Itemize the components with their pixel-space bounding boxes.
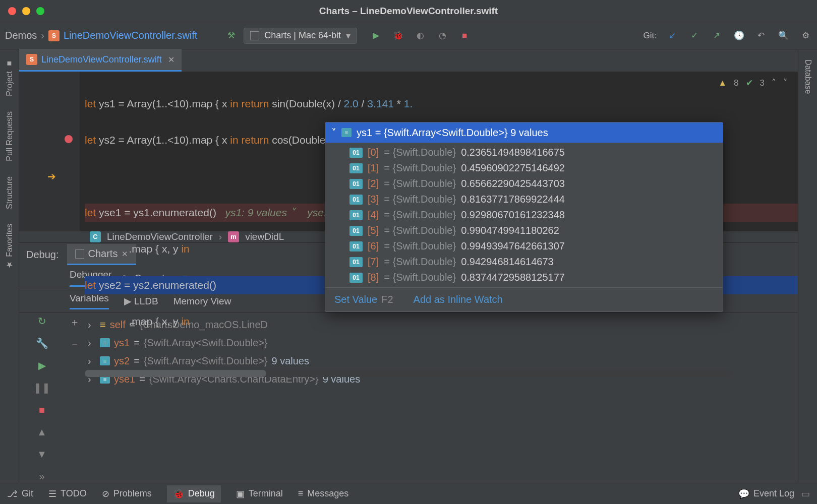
editor-inspection-badges[interactable]: ▲8 ✔3 ˄ ˅	[718, 78, 788, 88]
messages-icon: ≡	[298, 488, 304, 499]
inline-hint-ys1[interactable]: ys1: 9 values	[225, 207, 287, 218]
sb-git[interactable]: ⎇Git	[7, 488, 33, 499]
remove-watch-icon[interactable]: －	[68, 338, 81, 351]
profile-icon[interactable]: ◔	[436, 29, 449, 42]
status-bar: ⎇Git ☰TODO ⊘Problems 🐞Debug ▣Terminal ≡M…	[0, 483, 817, 504]
double-badge-icon: 01	[349, 226, 363, 236]
left-tool-strip: Project ■ Pull Requests Structure ★ Favo…	[0, 49, 19, 483]
inline-value-popup: ˅ ≡ ys1 = {Swift.Array<Swift.Double>} 9 …	[325, 122, 723, 312]
settings-icon[interactable]: 🔧	[35, 337, 48, 350]
git-update-icon[interactable]: ↙	[666, 29, 679, 42]
chat-icon: 💬	[738, 488, 749, 499]
list-icon: ☰	[48, 488, 56, 499]
main-toolbar: Demos › LineDemoViewController.swift Cha…	[0, 22, 817, 49]
popup-header[interactable]: ˅ ≡ ys1 = {Swift.Array<Swift.Double>} 9 …	[325, 122, 723, 143]
branch-icon: ⎇	[7, 488, 18, 499]
set-value-action[interactable]: Set ValueF2	[334, 294, 393, 305]
swift-file-icon	[48, 30, 60, 41]
sb-corner-icon[interactable]: ▭	[801, 488, 810, 499]
breakpoint-icon[interactable]	[65, 135, 73, 143]
up-icon[interactable]: ˄	[772, 78, 776, 88]
undo-icon[interactable]: ↶	[754, 29, 768, 42]
sb-todo[interactable]: ☰TODO	[48, 488, 87, 499]
popup-items: 01 [0] = {Swift.Double} 0.23651494898416…	[325, 143, 723, 287]
horizontal-scrollbar[interactable]	[85, 370, 732, 377]
git-push-icon[interactable]: ↗	[710, 29, 723, 42]
resume-icon[interactable]: ▶	[35, 359, 48, 372]
settings-icon[interactable]: ⚙	[799, 29, 812, 42]
double-badge-icon: 01	[349, 241, 363, 251]
zoom-window-icon[interactable]	[36, 7, 44, 15]
build-icon[interactable]	[224, 29, 238, 42]
pause-icon[interactable]: ❚❚	[35, 381, 48, 394]
popup-array-item[interactable]: 01 [0] = {Swift.Double} 0.23651494898416…	[325, 145, 723, 160]
more-icon[interactable]: »	[35, 470, 48, 483]
popup-array-item[interactable]: 01 [8] = {Swift.Double} 0.83744729588125…	[325, 270, 723, 285]
titlebar: Charts – LineDemoViewController.swift	[0, 0, 817, 22]
sb-messages[interactable]: ≡Messages	[298, 488, 349, 499]
editor-gutter[interactable]	[19, 72, 80, 231]
right-tool-strip: Database	[798, 49, 817, 483]
array-icon: ≡	[341, 128, 352, 137]
sb-event-log[interactable]: 💬Event Log	[738, 488, 794, 499]
tool-pull-requests[interactable]: Pull Requests	[5, 111, 14, 161]
ok-icon: ✔	[746, 78, 753, 88]
tool-structure[interactable]: Structure	[5, 176, 14, 209]
add-inline-watch-action[interactable]: Add as Inline Watch	[414, 294, 503, 305]
up-icon[interactable]: ▲	[35, 425, 48, 438]
terminal-icon: ▣	[236, 488, 245, 499]
history-icon[interactable]: 🕓	[732, 29, 745, 42]
stop-icon[interactable]: ■	[35, 403, 48, 416]
bug-icon: 🐞	[173, 488, 184, 499]
popup-array-item[interactable]: 01 [7] = {Swift.Double} 0.94294681461467…	[325, 254, 723, 270]
coverage-icon[interactable]: ◐	[414, 29, 427, 42]
dropdown-icon: ▾	[346, 30, 351, 41]
double-badge-icon: 01	[349, 148, 363, 158]
minimize-window-icon[interactable]	[22, 7, 30, 15]
popup-array-item[interactable]: 01 [2] = {Swift.Double} 0.65662290425443…	[325, 176, 723, 192]
add-watch-icon[interactable]: ＋	[68, 316, 81, 329]
double-badge-icon: 01	[349, 195, 363, 205]
editor-tab-active[interactable]: LineDemoViewController.swift ✕	[19, 49, 182, 72]
tool-favorites[interactable]: ★ Favorites	[5, 224, 14, 270]
editor-tabs: LineDemoViewController.swift ✕	[19, 49, 798, 72]
double-badge-icon: 01	[349, 210, 363, 220]
close-window-icon[interactable]	[8, 7, 16, 15]
popup-array-item[interactable]: 01 [3] = {Swift.Double} 0.81637717869922…	[325, 192, 723, 207]
close-tab-icon[interactable]: ✕	[168, 55, 174, 65]
double-badge-icon: 01	[349, 273, 363, 283]
warning-icon: ▲	[718, 78, 727, 88]
down-icon[interactable]: ▼	[35, 448, 48, 461]
git-label: Git:	[644, 31, 657, 41]
chevron-right-icon: ›	[41, 30, 44, 41]
breadcrumb-root[interactable]: Demos	[5, 30, 37, 41]
search-icon[interactable]: 🔍	[777, 29, 790, 42]
breadcrumb-file[interactable]: LineDemoViewController.swift	[64, 30, 197, 41]
nav-breadcrumb[interactable]: Demos › LineDemoViewController.swift	[5, 30, 197, 41]
config-icon	[250, 31, 259, 40]
double-badge-icon: 01	[349, 179, 363, 189]
window-controls	[8, 7, 44, 15]
down-icon[interactable]: ˅	[783, 78, 788, 88]
debug-controls: ↻ 🔧 ▶ ❚❚ ■ ▲ ▼ »	[19, 312, 65, 483]
tool-database[interactable]: Database	[803, 59, 812, 94]
stop-icon[interactable]: ■	[458, 29, 471, 42]
tool-project[interactable]: Project ■	[5, 59, 14, 96]
git-commit-icon[interactable]: ✓	[688, 29, 701, 42]
run-config-selector[interactable]: Charts | Mac 64-bit ▾	[244, 28, 357, 44]
double-badge-icon: 01	[349, 257, 363, 267]
popup-array-item[interactable]: 01 [4] = {Swift.Double} 0.92980670161232…	[325, 207, 723, 223]
rerun-icon[interactable]: ↻	[35, 314, 48, 328]
sb-debug[interactable]: 🐞Debug	[167, 485, 221, 502]
popup-array-item[interactable]: 01 [6] = {Swift.Double} 0.99493947642661…	[325, 238, 723, 254]
debug-label: Debug:	[26, 249, 59, 261]
popup-array-item[interactable]: 01 [5] = {Swift.Double} 0.99047499411802…	[325, 223, 723, 238]
popup-array-item[interactable]: 01 [1] = {Swift.Double} 0.45960902275146…	[325, 160, 723, 176]
warning-count: 8	[734, 78, 738, 88]
sb-terminal[interactable]: ▣Terminal	[236, 488, 283, 499]
sb-problems[interactable]: ⊘Problems	[102, 488, 152, 499]
chevron-down-icon[interactable]: ˅	[331, 127, 336, 139]
swift-file-icon	[26, 54, 37, 65]
debug-icon[interactable]: 🐞	[391, 29, 404, 42]
run-icon[interactable]: ▶	[369, 29, 382, 42]
